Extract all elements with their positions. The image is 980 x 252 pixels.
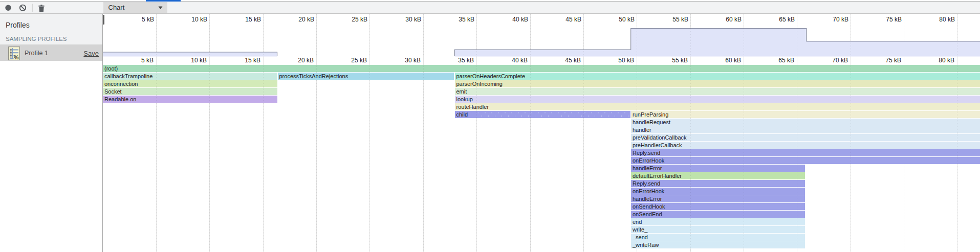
svg-text:%: % bbox=[14, 54, 19, 60]
